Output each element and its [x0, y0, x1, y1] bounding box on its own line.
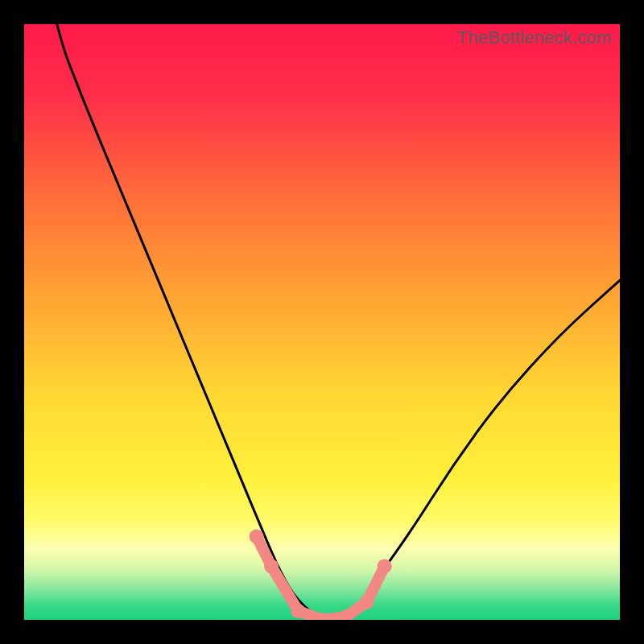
- curve-marker-point: [250, 529, 264, 543]
- bottleneck-curve-svg: [24, 24, 620, 620]
- curve-marker-point: [360, 595, 374, 609]
- curve-marker-point: [291, 604, 305, 618]
- plot-area: TheBottleneck.com: [24, 24, 620, 620]
- bottleneck-curve-line: [24, 24, 620, 620]
- curve-marker-point: [264, 559, 279, 573]
- curve-markers: [250, 529, 392, 620]
- curve-marker-point: [378, 559, 392, 573]
